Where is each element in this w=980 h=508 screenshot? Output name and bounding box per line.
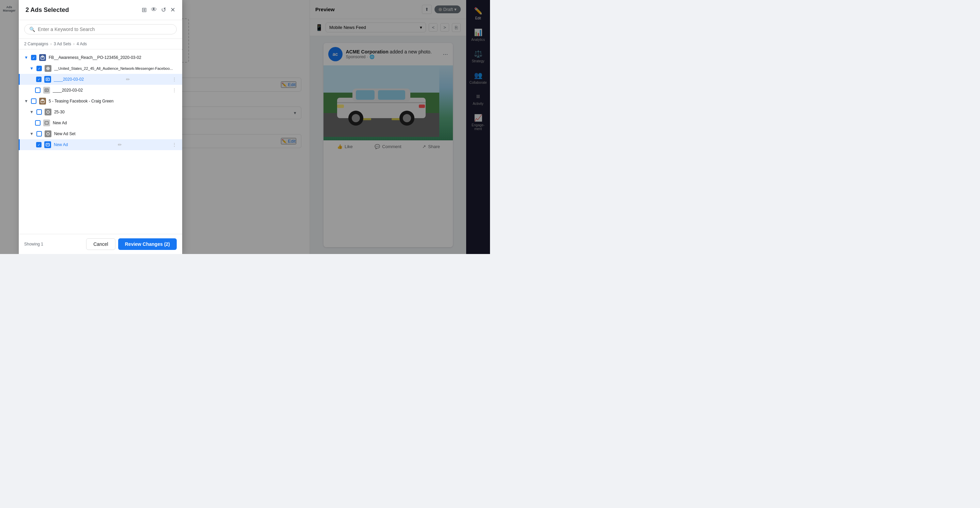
eye-icon[interactable]: 👁 — [151, 6, 157, 14]
tree-modal: 2 Ads Selected ⊞ 👁 ↺ ✕ 🔍 2 Campaigns › — [19, 0, 182, 254]
breadcrumb-adsets: 3 Ad Sets — [54, 41, 71, 46]
breadcrumb-campaigns: 2 Campaigns — [24, 41, 48, 46]
ad2-icon — [43, 87, 50, 94]
modal-header: 2 Ads Selected ⊞ 👁 ↺ ✕ — [19, 0, 182, 20]
svg-rect-43 — [41, 100, 44, 103]
adset1-icon — [45, 65, 51, 72]
breadcrumb-sep-1: › — [50, 41, 52, 46]
tree-ad-2[interactable]: ____2020-03-02 ⋮ — [19, 85, 182, 96]
tree-ad-3[interactable]: New Ad — [19, 118, 182, 128]
adset2-icon — [45, 108, 51, 115]
campaign2-label: 5 - Teasing Facebook - Craig Green — [49, 99, 114, 104]
refresh-icon[interactable]: ↺ — [161, 6, 166, 14]
ad4-edit-icon[interactable]: ✏ — [118, 142, 122, 147]
ad4-label: New Ad — [54, 142, 68, 147]
showing-text: Showing 1 — [24, 242, 43, 247]
ad4-more-icon[interactable]: ⋮ — [172, 142, 177, 147]
adset1-checkbox[interactable]: ✓ — [37, 66, 42, 71]
collapse-chevron-2: ▼ — [30, 66, 34, 71]
search-icon: 🔍 — [29, 27, 35, 32]
adset2-checkbox[interactable] — [37, 109, 42, 115]
ad3-checkbox[interactable] — [35, 120, 41, 126]
search-input-wrap: 🔍 — [24, 24, 177, 34]
layout-icon[interactable]: ⊞ — [142, 6, 147, 14]
svg-rect-37 — [46, 78, 49, 81]
svg-rect-40 — [45, 89, 48, 92]
ad2-more-icon[interactable]: ⋮ — [172, 88, 177, 93]
ad4-icon — [44, 141, 51, 148]
svg-rect-32 — [41, 57, 44, 59]
cancel-button[interactable]: Cancel — [86, 238, 115, 250]
tree-adset-2[interactable]: ▼ 25-30 — [19, 107, 182, 118]
ad1-label: ____2020-03-02 — [54, 77, 84, 82]
modal-footer: Showing 1 Cancel Review Changes (2) — [19, 234, 182, 254]
close-icon[interactable]: ✕ — [170, 6, 175, 14]
ad1-edit-icon[interactable]: ✏ — [126, 76, 130, 82]
adset1-label: __United_States_22_45_All_Audience_Netwo… — [54, 66, 173, 70]
svg-point-47 — [47, 132, 49, 135]
ad4-checkbox[interactable]: ✓ — [36, 142, 41, 147]
adset3-checkbox[interactable] — [37, 131, 42, 137]
tree-campaign-1[interactable]: ▼ ✓ FB__Awareness_Reach__PO-123456_2020-… — [19, 52, 182, 63]
tree-adset-3[interactable]: ▼ New Ad Set — [19, 128, 182, 139]
tree-ad-4[interactable]: ✓ New Ad ✏ ⋮ — [19, 139, 182, 150]
adset3-label: New Ad Set — [54, 131, 76, 136]
adset2-label: 25-30 — [54, 110, 65, 115]
modal-title: 2 Ads Selected — [25, 6, 69, 14]
collapse-chevron-1: ▼ — [24, 55, 28, 60]
campaign1-checkbox[interactable]: ✓ — [31, 55, 37, 60]
campaign1-label: FB__Awareness_Reach__PO-123456_2020-03-0… — [49, 55, 141, 60]
modal-header-icons: ⊞ 👁 ↺ ✕ — [142, 6, 175, 14]
svg-rect-48 — [46, 143, 49, 146]
collapse-chevron-5: ▼ — [30, 131, 34, 136]
tree-campaign-2[interactable]: ▼ 5 - Teasing Facebook - Craig Green — [19, 96, 182, 107]
collapse-chevron-3: ▼ — [24, 99, 28, 104]
search-input[interactable] — [38, 27, 172, 32]
modal-tree: ▼ ✓ FB__Awareness_Reach__PO-123456_2020-… — [19, 49, 182, 234]
tree-ad-1[interactable]: ✓ ____2020-03-02 ✏ ⋮ — [19, 74, 182, 85]
campaign2-checkbox[interactable] — [31, 99, 37, 104]
modal-breadcrumb: 2 Campaigns › 3 Ad Sets › 4 Ads — [19, 39, 182, 49]
campaign2-icon — [39, 98, 46, 105]
review-changes-button[interactable]: Review Changes (2) — [118, 238, 177, 250]
modal-overlay: 2 Ads Selected ⊞ 👁 ↺ ✕ 🔍 2 Campaigns › — [0, 0, 490, 254]
modal-search: 🔍 — [19, 20, 182, 39]
ad1-more-icon[interactable]: ⋮ — [172, 76, 177, 82]
breadcrumb-ads: 4 Ads — [76, 41, 87, 46]
adset3-icon — [45, 131, 51, 137]
svg-point-45 — [47, 111, 49, 113]
svg-rect-46 — [45, 121, 48, 124]
footer-buttons: Cancel Review Changes (2) — [86, 238, 177, 250]
ad1-checkbox[interactable]: ✓ — [36, 76, 41, 82]
tree-adset-1[interactable]: ▼ ✓ __United_States_22_45_All_Audience_N… — [19, 63, 182, 74]
ad3-label: New Ad — [53, 121, 67, 125]
breadcrumb-sep-2: › — [73, 41, 75, 46]
campaign1-icon — [39, 54, 46, 61]
ad1-icon — [44, 76, 51, 83]
collapse-chevron-4: ▼ — [30, 110, 34, 115]
ad2-checkbox[interactable] — [35, 88, 41, 93]
ad2-label: ____2020-03-02 — [53, 88, 83, 92]
ad3-icon — [43, 119, 50, 126]
